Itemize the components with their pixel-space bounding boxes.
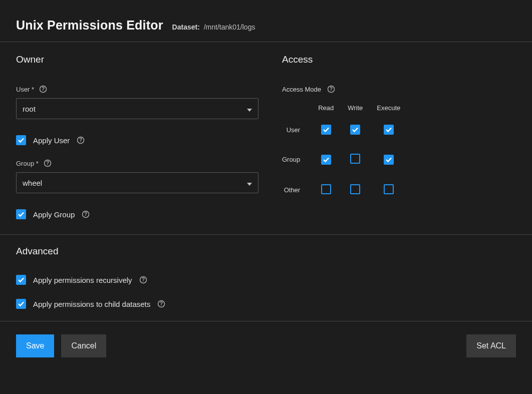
row-group: Group xyxy=(282,154,311,184)
row-user: User xyxy=(282,125,311,154)
help-icon[interactable]: ? xyxy=(139,276,147,284)
access-mode-table: Read Write Execute User Group xyxy=(282,104,407,215)
dataset-info: Dataset: /mnt/tank01/logs xyxy=(172,23,255,31)
apply-group-label: Apply Group xyxy=(33,210,75,219)
access-mode-label: Access Mode xyxy=(282,86,321,93)
apply-recursive-label: Apply permissions recursively xyxy=(33,276,132,284)
svg-text:?: ? xyxy=(42,86,45,92)
apply-child-label: Apply permissions to child datasets xyxy=(33,300,150,308)
col-write: Write xyxy=(341,104,370,125)
apply-child-checkbox[interactable] xyxy=(16,299,26,309)
apply-recursive-checkbox[interactable] xyxy=(16,275,26,285)
col-read: Read xyxy=(311,104,341,125)
save-button[interactable]: Save xyxy=(16,334,54,357)
chevron-down-icon xyxy=(247,105,252,113)
user-select-value: root xyxy=(23,105,36,113)
perm-user-write[interactable] xyxy=(350,125,360,135)
page-header: Unix Permissions Editor Dataset: /mnt/ta… xyxy=(0,0,532,42)
svg-text:?: ? xyxy=(330,86,333,92)
access-heading: Access xyxy=(282,54,516,65)
help-icon[interactable]: ? xyxy=(157,300,165,308)
apply-user-checkbox[interactable] xyxy=(16,135,26,145)
svg-text:?: ? xyxy=(142,277,145,282)
user-field-label: User * xyxy=(16,86,34,93)
svg-text:?: ? xyxy=(84,211,87,217)
perm-other-execute[interactable] xyxy=(384,184,394,194)
user-select[interactable]: root xyxy=(16,98,258,119)
dataset-label: Dataset: xyxy=(172,23,200,31)
svg-text:?: ? xyxy=(79,137,82,143)
help-icon[interactable]: ? xyxy=(327,85,335,93)
col-execute: Execute xyxy=(370,104,407,125)
owner-heading: Owner xyxy=(16,54,266,65)
group-field-label: Group * xyxy=(16,160,39,167)
perm-group-write[interactable] xyxy=(350,154,360,164)
svg-text:?: ? xyxy=(160,301,163,306)
owner-panel: Owner User * ? root Apply User ? Group * xyxy=(0,42,282,234)
access-panel: Access Access Mode ? Read Write Execute … xyxy=(282,42,532,234)
perm-group-execute[interactable] xyxy=(384,155,394,165)
dataset-path: /mnt/tank01/logs xyxy=(204,23,255,31)
perm-user-execute[interactable] xyxy=(384,125,394,135)
row-other: Other xyxy=(282,184,311,215)
perm-group-read[interactable] xyxy=(321,155,331,165)
help-icon[interactable]: ? xyxy=(44,159,52,167)
page-title: Unix Permissions Editor xyxy=(16,18,163,33)
perm-user-read[interactable] xyxy=(321,125,331,135)
group-select-value: wheel xyxy=(23,179,42,187)
apply-group-checkbox[interactable] xyxy=(16,209,26,219)
help-icon[interactable]: ? xyxy=(77,136,85,144)
perm-other-write[interactable] xyxy=(350,184,360,194)
svg-marker-7 xyxy=(247,183,252,186)
svg-marker-2 xyxy=(247,109,252,112)
chevron-down-icon xyxy=(247,179,252,187)
footer: Save Cancel Set ACL xyxy=(0,321,532,370)
help-icon[interactable]: ? xyxy=(82,210,90,218)
advanced-panel: Advanced Apply permissions recursively ?… xyxy=(0,235,532,321)
perm-other-read[interactable] xyxy=(321,184,331,194)
help-icon[interactable]: ? xyxy=(39,85,47,93)
apply-user-label: Apply User xyxy=(33,136,70,145)
group-select[interactable]: wheel xyxy=(16,172,258,193)
cancel-button[interactable]: Cancel xyxy=(61,334,106,357)
svg-text:?: ? xyxy=(46,160,49,166)
set-acl-button[interactable]: Set ACL xyxy=(466,334,516,357)
advanced-heading: Advanced xyxy=(16,246,516,257)
